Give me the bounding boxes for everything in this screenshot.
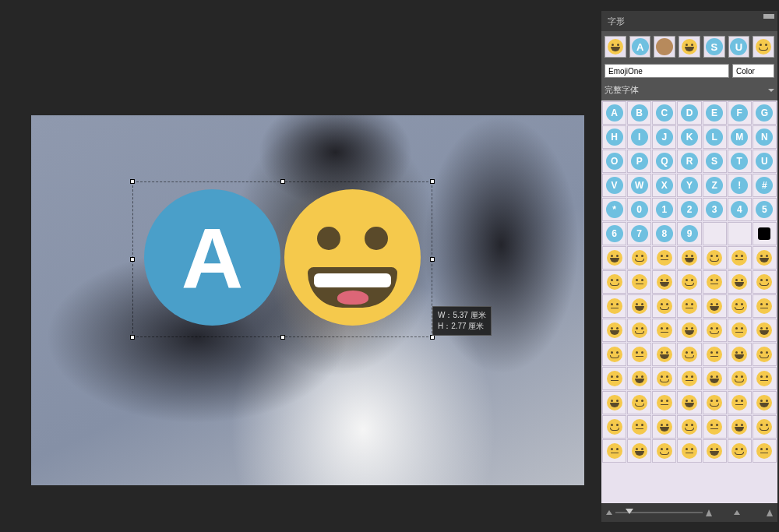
- glyph-cell-emoji[interactable]: [728, 415, 752, 439]
- glyph-cell[interactable]: O: [602, 150, 626, 173]
- glyph-cell-emoji[interactable]: [652, 343, 676, 366]
- glyph-cell-emoji[interactable]: [677, 294, 701, 318]
- glyph-cell[interactable]: V: [602, 174, 626, 197]
- glyph-cell-emoji[interactable]: [703, 439, 727, 463]
- glyph-cell-emoji[interactable]: [753, 270, 777, 294]
- glyph-cell-emoji[interactable]: [728, 319, 752, 342]
- glyph-cell[interactable]: X: [652, 174, 676, 197]
- tab-glyphs[interactable]: 字形: [608, 16, 625, 27]
- glyph-cell[interactable]: M: [728, 125, 752, 149]
- glyph-cell-emoji[interactable]: [652, 391, 676, 414]
- handle-top-left[interactable]: [130, 179, 135, 184]
- glyph-cell-emoji[interactable]: [703, 270, 727, 294]
- glyph-cell-emoji[interactable]: [677, 343, 701, 366]
- recent-glyph[interactable]: [605, 36, 626, 58]
- glyph-cell-emoji[interactable]: [652, 439, 676, 463]
- recent-glyph[interactable]: [753, 36, 774, 58]
- glyph-cell[interactable]: !: [728, 174, 752, 197]
- glyph-cell-emoji[interactable]: [627, 415, 651, 439]
- glyph-cell-emoji[interactable]: [753, 391, 777, 414]
- glyph-cell-emoji[interactable]: [602, 294, 626, 318]
- glyph-cell-emoji[interactable]: [677, 439, 701, 463]
- glyph-cell-emoji[interactable]: [703, 367, 727, 390]
- glyph-cell-emoji[interactable]: [728, 270, 752, 294]
- glyph-cell-emoji[interactable]: [602, 343, 626, 366]
- glyph-cell-emoji[interactable]: [627, 343, 651, 366]
- glyph-cell-emoji[interactable]: [728, 367, 752, 390]
- glyph-cell[interactable]: 8: [652, 222, 676, 245]
- glyph-cell-emoji[interactable]: [753, 319, 777, 342]
- recent-glyph[interactable]: U: [728, 36, 750, 58]
- glyph-cell[interactable]: A: [602, 101, 626, 125]
- glyph-cell-emoji[interactable]: [677, 319, 701, 342]
- glyph-cell[interactable]: J: [652, 125, 676, 149]
- subset-dropdown[interactable]: 完整字体: [601, 83, 777, 100]
- recent-glyph[interactable]: S: [703, 36, 725, 58]
- glyph-cell-black[interactable]: [753, 222, 777, 245]
- glyph-cell[interactable]: E: [703, 101, 727, 125]
- glyph-cell-emoji[interactable]: [703, 246, 727, 270]
- handle-bottom-middle[interactable]: [280, 335, 285, 340]
- recent-glyph[interactable]: [654, 36, 675, 58]
- font-style-input[interactable]: [732, 64, 774, 78]
- glyph-cell[interactable]: 1: [652, 198, 676, 221]
- zoom-slider-thumb[interactable]: [626, 509, 633, 518]
- glyph-cell[interactable]: 5: [753, 198, 777, 221]
- recent-glyph[interactable]: [679, 36, 700, 58]
- glyph-cell-emoji[interactable]: [652, 319, 676, 342]
- glyph-cell-emoji[interactable]: [627, 246, 651, 270]
- glyph-cell[interactable]: 9: [677, 222, 701, 245]
- glyph-cell-emoji[interactable]: [753, 246, 777, 270]
- glyph-cell-emoji[interactable]: [627, 391, 651, 414]
- glyph-cell[interactable]: I: [627, 125, 651, 149]
- canvas[interactable]: A W：5.37 厘米 H：2.77 厘米: [31, 115, 584, 485]
- glyph-cell-emoji[interactable]: [728, 391, 752, 414]
- glyph-cell[interactable]: D: [677, 101, 701, 125]
- glyph-cell-emoji[interactable]: [652, 246, 676, 270]
- glyph-cell-emoji[interactable]: [753, 439, 777, 463]
- glyph-cell-emoji[interactable]: [703, 415, 727, 439]
- glyph-cell-emoji[interactable]: [728, 439, 752, 463]
- font-name-input[interactable]: [605, 64, 729, 78]
- glyph-cell-emoji[interactable]: [652, 367, 676, 390]
- glyph-cell[interactable]: S: [703, 150, 727, 173]
- handle-bottom-left[interactable]: [130, 335, 135, 340]
- glyph-cell[interactable]: K: [677, 125, 701, 149]
- glyph-cell[interactable]: F: [728, 101, 752, 125]
- glyph-cell-emoji[interactable]: [753, 367, 777, 390]
- glyph-cell-emoji[interactable]: [753, 294, 777, 318]
- glyph-cell[interactable]: Y: [677, 174, 701, 197]
- handle-middle-right[interactable]: [430, 257, 435, 262]
- glyph-cell-emoji[interactable]: [703, 343, 727, 366]
- glyph-cell-emoji[interactable]: [677, 367, 701, 390]
- glyph-cell[interactable]: 6: [602, 222, 626, 245]
- glyph-cell-emoji[interactable]: [728, 246, 752, 270]
- glyph-cell[interactable]: 2: [677, 198, 701, 221]
- glyph-cell-emoji[interactable]: [627, 319, 651, 342]
- glyph-cell-emoji[interactable]: [602, 270, 626, 294]
- glyph-cell-emoji[interactable]: [602, 415, 626, 439]
- glyph-cell[interactable]: 3: [703, 198, 727, 221]
- transform-bounding-box[interactable]: [132, 181, 432, 337]
- glyph-cell-emoji[interactable]: [728, 294, 752, 318]
- glyph-cell[interactable]: Q: [652, 150, 676, 173]
- glyph-cell-emoji[interactable]: [627, 439, 651, 463]
- glyph-cell-emoji[interactable]: [602, 439, 626, 463]
- glyph-cell[interactable]: P: [627, 150, 651, 173]
- glyph-cell-emoji[interactable]: [703, 319, 727, 342]
- glyph-cell-emoji[interactable]: [627, 294, 651, 318]
- glyph-cell[interactable]: 0: [627, 198, 651, 221]
- glyph-cell-emoji[interactable]: [703, 294, 727, 318]
- glyph-cell-emoji[interactable]: [677, 415, 701, 439]
- glyph-cell[interactable]: *: [602, 198, 626, 221]
- glyph-cell-emoji[interactable]: [753, 343, 777, 366]
- glyph-cell-emoji[interactable]: [602, 246, 626, 270]
- glyph-cell[interactable]: Z: [703, 174, 727, 197]
- handle-middle-left[interactable]: [130, 257, 135, 262]
- glyph-cell[interactable]: #: [753, 174, 777, 197]
- glyph-cell[interactable]: 7: [627, 222, 651, 245]
- glyph-cell-emoji[interactable]: [677, 391, 701, 414]
- glyph-cell-emoji[interactable]: [703, 391, 727, 414]
- glyph-cell[interactable]: H: [602, 125, 626, 149]
- glyph-cell[interactable]: B: [627, 101, 651, 125]
